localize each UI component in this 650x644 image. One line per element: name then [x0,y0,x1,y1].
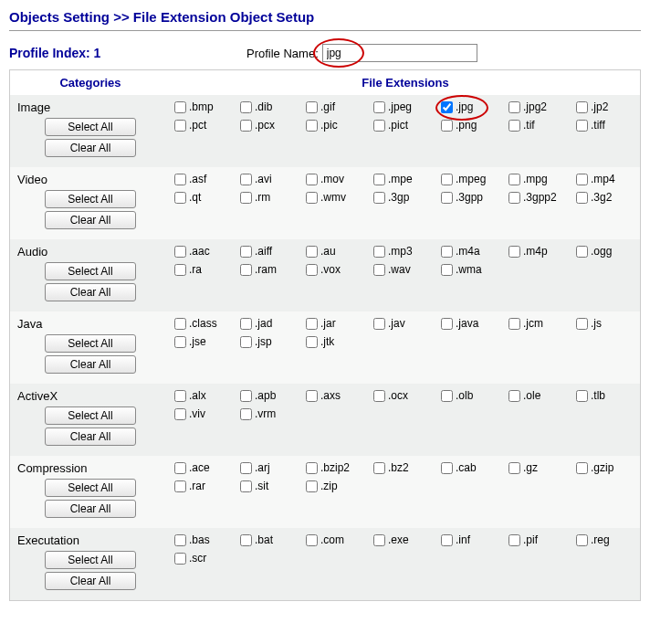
ext-checkbox-viv[interactable] [174,408,186,420]
ext-checkbox-3g2[interactable] [576,192,588,204]
ext-checkbox-avi[interactable] [240,174,252,185]
ext-checkbox-jpeg[interactable] [373,101,385,113]
ext-item-bat[interactable]: .bat [240,533,304,546]
ext-item-ace[interactable]: .ace [174,461,238,474]
ext-item-mpeg[interactable]: .mpeg [441,173,507,185]
ext-checkbox-ogg[interactable] [576,246,588,258]
ext-checkbox-png[interactable] [441,120,453,132]
ext-item-pict[interactable]: .pict [373,119,439,132]
ext-item-3gp[interactable]: .3gp [373,191,439,204]
ext-checkbox-mpeg[interactable] [441,174,453,185]
ext-item-m4p[interactable]: .m4p [508,245,574,258]
ext-checkbox-3gpp2[interactable] [508,192,520,204]
ext-item-bas[interactable]: .bas [174,533,238,546]
ext-checkbox-aac[interactable] [174,246,186,258]
ext-item-avi[interactable]: .avi [240,173,304,185]
ext-checkbox-bat[interactable] [240,534,252,546]
ext-checkbox-com[interactable] [306,534,318,546]
ext-item-jad[interactable]: .jad [240,317,304,330]
ext-item-zip[interactable]: .zip [306,480,372,492]
ext-checkbox-bzip2[interactable] [306,462,318,474]
ext-checkbox-jpg2[interactable] [508,101,520,113]
ext-checkbox-pct[interactable] [174,120,186,132]
ext-checkbox-js[interactable] [576,318,588,330]
ext-checkbox-jav[interactable] [373,318,385,330]
ext-item-scr[interactable]: .scr [174,552,238,565]
ext-item-com[interactable]: .com [306,533,372,546]
clear-all-button-image[interactable]: Clear All [45,139,136,157]
ext-checkbox-inf[interactable] [441,534,453,546]
ext-checkbox-arj[interactable] [240,462,252,474]
ext-checkbox-jad[interactable] [240,318,252,330]
ext-item-jpg[interactable]: .jpg [441,100,507,113]
ext-checkbox-wma[interactable] [441,264,453,276]
ext-checkbox-tif[interactable] [508,120,520,132]
ext-item-gz[interactable]: .gz [508,461,574,474]
ext-checkbox-alx[interactable] [174,390,186,402]
ext-item-ra[interactable]: .ra [174,263,238,276]
ext-item-jar[interactable]: .jar [306,317,372,330]
ext-checkbox-jsp[interactable] [240,336,252,348]
ext-checkbox-scr[interactable] [174,553,186,565]
ext-checkbox-rm[interactable] [240,192,252,204]
ext-checkbox-m4a[interactable] [441,246,453,258]
ext-item-sit[interactable]: .sit [240,480,304,492]
ext-checkbox-gz[interactable] [508,462,520,474]
ext-checkbox-3gpp[interactable] [441,192,453,204]
ext-item-vox[interactable]: .vox [306,263,372,276]
clear-all-button-video[interactable]: Clear All [45,211,136,229]
ext-item-rm[interactable]: .rm [240,191,304,204]
ext-item-mp3[interactable]: .mp3 [373,245,439,258]
ext-checkbox-dib[interactable] [240,101,252,113]
ext-item-ocx[interactable]: .ocx [373,389,439,402]
ext-checkbox-ram[interactable] [240,264,252,276]
ext-checkbox-mp3[interactable] [373,246,385,258]
ext-checkbox-pic[interactable] [306,120,318,132]
ext-item-rar[interactable]: .rar [174,480,238,492]
ext-item-wav[interactable]: .wav [373,263,439,276]
ext-item-js[interactable]: .js [576,317,631,330]
ext-checkbox-mpg[interactable] [508,174,520,185]
ext-item-3gpp[interactable]: .3gpp [441,191,507,204]
ext-item-gif[interactable]: .gif [306,100,372,113]
ext-checkbox-ace[interactable] [174,462,186,474]
ext-item-jse[interactable]: .jse [174,335,238,348]
ext-item-tiff[interactable]: .tiff [576,119,631,132]
ext-item-mpe[interactable]: .mpe [373,173,439,185]
ext-checkbox-jpg[interactable] [441,101,453,113]
ext-item-jcm[interactable]: .jcm [508,317,574,330]
ext-checkbox-jse[interactable] [174,336,186,348]
clear-all-button-audio[interactable]: Clear All [45,283,136,301]
ext-item-olb[interactable]: .olb [441,389,507,402]
ext-item-exe[interactable]: .exe [373,533,439,546]
ext-checkbox-class[interactable] [174,318,186,330]
ext-item-mov[interactable]: .mov [306,173,372,185]
ext-checkbox-pif[interactable] [508,534,520,546]
ext-item-alx[interactable]: .alx [174,389,238,402]
select-all-button-activex[interactable]: Select All [45,406,136,425]
ext-item-inf[interactable]: .inf [441,533,507,546]
ext-checkbox-sit[interactable] [240,480,252,492]
ext-checkbox-bz2[interactable] [373,462,385,474]
ext-item-bzip2[interactable]: .bzip2 [306,461,372,474]
ext-item-bmp[interactable]: .bmp [174,100,238,113]
ext-item-jtk[interactable]: .jtk [306,335,372,348]
ext-checkbox-3gp[interactable] [373,192,385,204]
ext-item-jpeg[interactable]: .jpeg [373,100,439,113]
clear-all-button-executation[interactable]: Clear All [45,572,136,590]
ext-checkbox-olb[interactable] [441,390,453,402]
ext-item-bz2[interactable]: .bz2 [373,461,439,474]
ext-checkbox-vrm[interactable] [240,408,252,420]
ext-checkbox-wav[interactable] [373,264,385,276]
ext-item-mpg[interactable]: .mpg [508,173,574,185]
ext-item-au[interactable]: .au [306,245,372,258]
ext-item-class[interactable]: .class [174,317,238,330]
select-all-button-compression[interactable]: Select All [45,479,136,497]
ext-checkbox-jtk[interactable] [306,336,318,348]
profile-name-input[interactable] [322,44,477,62]
ext-item-viv[interactable]: .viv [174,407,238,420]
ext-checkbox-jcm[interactable] [508,318,520,330]
clear-all-button-java[interactable]: Clear All [45,355,136,374]
ext-checkbox-gif[interactable] [306,101,318,113]
ext-checkbox-exe[interactable] [373,534,385,546]
